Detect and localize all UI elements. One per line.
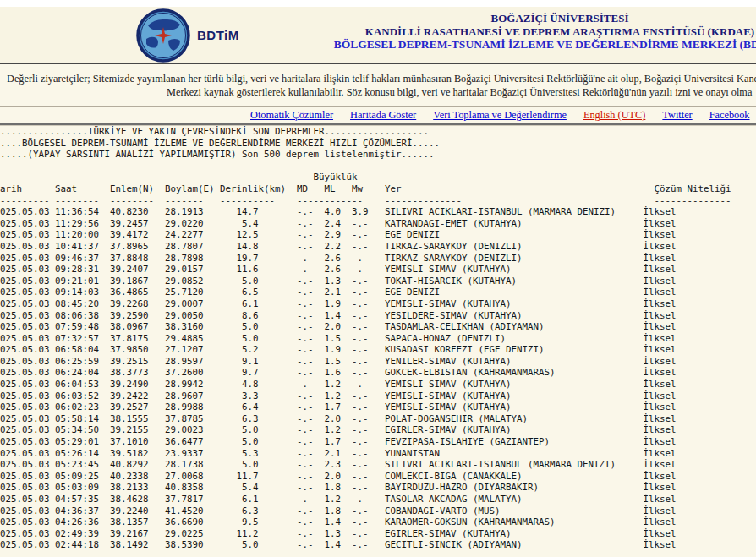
title-center: BÖLGESEL DEPREM-TSUNAMİ İZLEME VE DEĞERL… xyxy=(334,38,756,52)
earthquake-list: ................TÜRKİYE VE YAKIN ÇEVRESİ… xyxy=(0,126,731,551)
disclaimer-line-2: Merkezi kaynak gösterilerek kullanılabil… xyxy=(167,86,752,99)
bdtim-logo-icon xyxy=(136,8,190,63)
top-banner: BDTiM BOĞAZİÇİ ÜNİVERSİTESİ KANDİLLİ RAS… xyxy=(0,7,756,64)
title-institute: KANDİLLİ RASATHANESİ VE DEPREM ARAŞTIRMA… xyxy=(334,25,756,39)
nav-link-2[interactable]: Veri Toplama ve Değerlendirme xyxy=(433,109,567,121)
disclaimer-line-1: Değerli ziyaretçiler; Sitemizde yayımlan… xyxy=(7,73,756,85)
nav-link-4[interactable]: Twitter xyxy=(662,109,692,121)
logo-text: BDTiM xyxy=(197,28,239,42)
disclaimer-box-border xyxy=(0,106,756,107)
nav-link-5[interactable]: Facebook xyxy=(709,109,750,121)
nav-links-row: Otomatik ÇözümlerHaritada GösterVeri Top… xyxy=(250,109,756,122)
nav-link-1[interactable]: Haritada Göster xyxy=(350,109,416,121)
page: BDTiM BOĞAZİÇİ ÜNİVERSİTESİ KANDİLLİ RAS… xyxy=(0,0,756,557)
institution-title: BOĞAZİÇİ ÜNİVERSİTESİ KANDİLLİ RASATHANE… xyxy=(334,12,756,52)
nav-link-3[interactable]: English (UTC) xyxy=(583,109,645,121)
nav-link-0[interactable]: Otomatik Çözümler xyxy=(250,109,333,121)
content-area: Değerli ziyaretçiler; Sitemizde yayımlan… xyxy=(0,64,756,557)
title-university: BOĞAZİÇİ ÜNİVERSİTESİ xyxy=(334,12,756,25)
